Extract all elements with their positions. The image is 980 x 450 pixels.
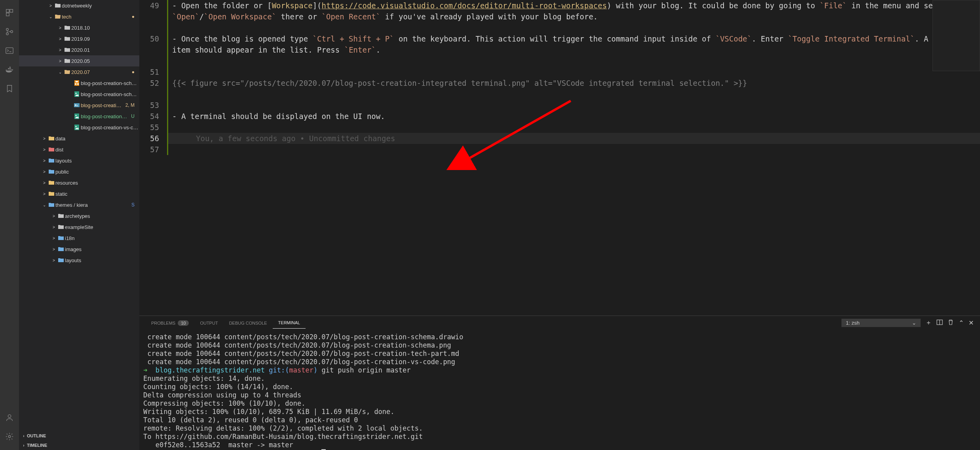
- line-number: 56: [139, 133, 159, 144]
- tree-item[interactable]: ⌄themes / kieraS: [19, 199, 139, 210]
- tree-item[interactable]: >static: [19, 188, 139, 199]
- problems-tab[interactable]: PROBLEMS 10: [146, 317, 194, 329]
- code-line[interactable]: - Once the blog is opened type `Ctrl + S…: [167, 33, 980, 66]
- tab-label: DEBUG CONSOLE: [229, 321, 267, 325]
- terminal-selector[interactable]: 1: zsh ⌄: [841, 319, 921, 327]
- tree-item[interactable]: blog-post-creation-sch…: [19, 78, 139, 89]
- tree-item[interactable]: >data: [19, 133, 139, 144]
- line-gutter: 495051525354555657: [139, 0, 167, 316]
- docker-icon[interactable]: [0, 60, 19, 79]
- tree-item[interactable]: >i18n: [19, 233, 139, 244]
- split-terminal-icon[interactable]: [936, 319, 943, 327]
- minimap[interactable]: [933, 0, 980, 71]
- tree-item[interactable]: >dotnetweekly: [19, 0, 139, 11]
- code-line[interactable]: [167, 100, 980, 111]
- tree-item-label: static: [55, 191, 67, 197]
- tree-item-label: blog-post-creation-sch…: [81, 91, 137, 97]
- svg-rect-2: [6, 13, 9, 16]
- source-control-icon[interactable]: [0, 22, 19, 41]
- svg-rect-10: [76, 81, 78, 82]
- tree-item[interactable]: >2020.05: [19, 55, 139, 66]
- folder-blue-icon: [47, 202, 55, 208]
- code-line[interactable]: [167, 144, 980, 155]
- code-editor[interactable]: 495051525354555657 - Open the folder or …: [139, 0, 980, 316]
- chevron-icon: >: [41, 147, 47, 152]
- code-line[interactable]: - A terminal should be displayed on the …: [167, 111, 980, 122]
- terminal-select-value: 1: zsh: [846, 320, 860, 326]
- close-panel-icon[interactable]: ✕: [969, 319, 974, 327]
- chevron-down-icon: ⌄: [912, 320, 916, 326]
- tree-item[interactable]: blog-post-creation-sch…: [19, 89, 139, 100]
- modified-dot: ●: [132, 14, 135, 19]
- folder-yellow-icon: [47, 135, 55, 142]
- code-line[interactable]: {{< figure src="/posts/tech/2020.07/blog…: [167, 78, 980, 100]
- debug-console-tab[interactable]: DEBUG CONSOLE: [224, 318, 273, 329]
- chevron-icon: >: [57, 48, 63, 52]
- settings-gear-icon[interactable]: [0, 427, 19, 446]
- code-content[interactable]: - Open the folder or [Workspace](https:/…: [167, 0, 980, 316]
- panel-tabs: PROBLEMS 10 OUTPUT DEBUG CONSOLE TERMINA…: [139, 316, 980, 330]
- tree-item[interactable]: >2018.10: [19, 22, 139, 33]
- terminal-tab[interactable]: TERMINAL: [273, 317, 306, 329]
- folder-blue-icon: [57, 235, 65, 241]
- svg-point-8: [8, 435, 11, 438]
- tree-item[interactable]: blog-post-creation-vs-c…: [19, 122, 139, 133]
- chevron-icon: >: [41, 170, 47, 174]
- code-line[interactable]: [167, 122, 980, 133]
- line-number: 52: [139, 78, 159, 100]
- tree-item-label: dist: [55, 147, 63, 153]
- output-tab[interactable]: OUTPUT: [194, 318, 223, 329]
- chevron-icon: >: [51, 247, 57, 251]
- terminal-activity-icon[interactable]: [0, 41, 19, 60]
- folder-red-icon: [47, 146, 55, 153]
- tree-item-label: themes / kiera: [55, 202, 88, 208]
- tree-item[interactable]: >exampleSite: [19, 221, 139, 233]
- line-number: 50: [139, 33, 159, 66]
- tree-item[interactable]: >public: [19, 166, 139, 177]
- file-tree[interactable]: >dotnetweekly⌄tech●>2018.10>2019.09>2020…: [19, 0, 139, 431]
- tree-item-label: resources: [55, 180, 78, 186]
- folder-icon: [63, 58, 71, 64]
- tree-item-label: 2019.09: [71, 36, 90, 42]
- tree-item[interactable]: >layouts: [19, 155, 139, 166]
- tree-item-label: data: [55, 136, 65, 142]
- tree-item[interactable]: >2020.01: [19, 44, 139, 55]
- folder-open-icon: [63, 69, 71, 75]
- account-icon[interactable]: [0, 408, 19, 427]
- tree-item[interactable]: >layouts: [19, 255, 139, 266]
- tree-item[interactable]: M↓blog-post-creati…2, M: [19, 100, 139, 111]
- scm-status: U: [131, 113, 135, 119]
- new-terminal-icon[interactable]: ＋: [925, 319, 932, 327]
- kill-terminal-icon[interactable]: [948, 319, 954, 327]
- chevron-icon: >: [57, 37, 63, 41]
- maximize-panel-icon[interactable]: ⌃: [959, 319, 964, 327]
- svg-rect-11: [75, 83, 76, 85]
- outline-section[interactable]: › OUTLINE: [19, 431, 139, 441]
- tree-item[interactable]: ⌄2020.07●: [19, 66, 139, 78]
- tree-item-label: 2018.10: [71, 25, 90, 31]
- png-icon: [73, 91, 81, 97]
- chevron-icon: >: [57, 26, 63, 30]
- svg-point-3: [6, 28, 9, 31]
- code-line[interactable]: [167, 66, 980, 78]
- extensions-icon[interactable]: [0, 3, 19, 22]
- code-line[interactable]: You, a few seconds ago • Uncommitted cha…: [167, 133, 980, 144]
- timeline-section[interactable]: › TIMELINE: [19, 441, 139, 450]
- folder-icon: [63, 47, 71, 53]
- tree-item-label: exampleSite: [65, 224, 93, 230]
- tree-item[interactable]: >archetypes: [19, 210, 139, 221]
- tree-item[interactable]: blog-post-creation…U: [19, 111, 139, 122]
- tree-item[interactable]: >images: [19, 244, 139, 255]
- code-line[interactable]: - Open the folder or [Workspace](https:/…: [167, 0, 980, 33]
- tree-item-label: 2020.01: [71, 47, 90, 53]
- gitlens-blame: You, a few seconds ago • Uncommitted cha…: [172, 134, 395, 143]
- chevron-icon: ⌄: [57, 70, 63, 74]
- tree-item-label: blog-post-creati…: [81, 102, 122, 108]
- tree-item[interactable]: >resources: [19, 177, 139, 188]
- terminal-content[interactable]: create mode 100644 content/posts/tech/20…: [139, 330, 980, 450]
- tree-item[interactable]: >dist: [19, 144, 139, 155]
- line-number: 49: [139, 0, 159, 33]
- bookmark-icon[interactable]: [0, 79, 19, 98]
- tree-item[interactable]: >2019.09: [19, 33, 139, 44]
- tree-item[interactable]: ⌄tech●: [19, 11, 139, 22]
